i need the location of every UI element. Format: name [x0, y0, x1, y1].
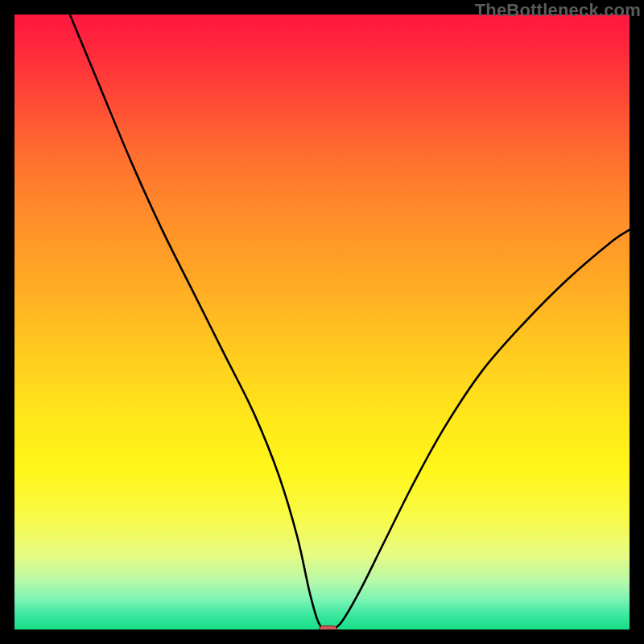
watermark-text: TheBottleneck.com [475, 0, 641, 21]
optimal-indicator [319, 625, 337, 630]
chart-frame: TheBottleneck.com [0, 0, 644, 644]
plot-area [14, 14, 630, 630]
bottleneck-curve [14, 14, 630, 630]
